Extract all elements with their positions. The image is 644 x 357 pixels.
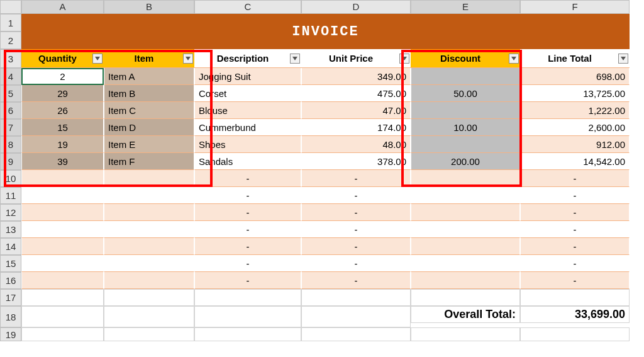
cell-empty[interactable]	[104, 238, 194, 255]
cell-quantity[interactable]: 15	[21, 119, 104, 136]
chevron-down-icon[interactable]	[509, 54, 519, 64]
row-header-11[interactable]: 11	[0, 187, 21, 204]
cell-empty[interactable]: -	[301, 238, 411, 255]
cell-empty[interactable]: -	[520, 170, 630, 187]
cell-empty[interactable]: -	[301, 272, 411, 289]
header-quantity[interactable]: Quantity	[21, 49, 104, 68]
cell-D18[interactable]	[301, 306, 411, 327]
cell-description[interactable]: Sandals	[194, 153, 301, 170]
row-header-1[interactable]: 1	[0, 14, 21, 31]
header-discount[interactable]: Discount	[411, 49, 520, 68]
cell-unit-price[interactable]: 378.00	[301, 153, 411, 170]
cell-line-total[interactable]: 14,542.00	[520, 153, 630, 170]
cell-empty[interactable]: -	[520, 272, 630, 289]
cell-empty[interactable]	[21, 204, 104, 221]
cell-C17[interactable]	[194, 289, 301, 306]
cell-empty[interactable]: -	[194, 170, 301, 187]
cell-empty[interactable]: -	[194, 187, 301, 204]
cell-F17[interactable]	[520, 289, 630, 306]
cell-unit-price[interactable]: 47.00	[301, 102, 411, 119]
row-header-9[interactable]: 9	[0, 153, 21, 170]
chevron-down-icon[interactable]	[92, 54, 103, 64]
cell-B19[interactable]	[104, 327, 194, 341]
row-header-4[interactable]: 4	[0, 68, 21, 85]
header-line-total[interactable]: Line Total	[520, 49, 630, 68]
cell-empty[interactable]	[411, 170, 520, 187]
cell-item[interactable]: Item A	[104, 68, 194, 85]
cell-empty[interactable]	[411, 272, 520, 289]
cell-item[interactable]: Item C	[104, 102, 194, 119]
chevron-down-icon[interactable]	[399, 54, 409, 64]
cell-B17[interactable]	[104, 289, 194, 306]
cell-empty[interactable]: -	[520, 221, 630, 238]
cell-empty[interactable]: -	[301, 187, 411, 204]
row-header-2[interactable]: 2	[0, 31, 21, 49]
overall-total-label[interactable]: Overall Total:	[411, 306, 520, 323]
col-header-B[interactable]: B	[104, 0, 194, 14]
cell-item[interactable]: Item E	[104, 136, 194, 153]
cell-discount[interactable]	[411, 102, 520, 119]
col-header-D[interactable]: D	[301, 0, 411, 14]
col-header-C[interactable]: C	[194, 0, 301, 14]
cell-discount[interactable]: 200.00	[411, 153, 520, 170]
row-header-18[interactable]: 18	[0, 306, 21, 327]
col-header-E[interactable]: E	[411, 0, 520, 14]
cell-line-total[interactable]: 2,600.00	[520, 119, 630, 136]
cell-line-total[interactable]: 1,222.00	[520, 102, 630, 119]
cell-discount[interactable]	[411, 68, 520, 85]
cell-empty[interactable]: -	[301, 204, 411, 221]
cell-empty[interactable]: -	[194, 272, 301, 289]
cell-empty[interactable]	[21, 221, 104, 238]
row-header-3[interactable]: 3	[0, 49, 21, 68]
cell-discount[interactable]	[411, 136, 520, 153]
cell-unit-price[interactable]: 349.00	[301, 68, 411, 85]
cell-empty[interactable]: -	[194, 255, 301, 272]
cell-empty[interactable]: -	[520, 204, 630, 221]
cell-empty[interactable]: -	[301, 170, 411, 187]
header-unit-price[interactable]: Unit Price	[301, 49, 411, 68]
cell-quantity[interactable]: 29	[21, 85, 104, 102]
cell-C18[interactable]	[194, 306, 301, 327]
cell-quantity[interactable]: 19	[21, 136, 104, 153]
header-description[interactable]: Description	[194, 49, 301, 68]
cell-A17[interactable]	[21, 289, 104, 306]
cell-quantity[interactable]: 2	[21, 68, 104, 85]
cell-unit-price[interactable]: 48.00	[301, 136, 411, 153]
cell-empty[interactable]	[104, 255, 194, 272]
row-header-15[interactable]: 15	[0, 255, 21, 272]
cell-empty[interactable]	[104, 187, 194, 204]
cell-line-total[interactable]: 13,725.00	[520, 85, 630, 102]
cell-B18[interactable]	[104, 306, 194, 327]
cell-quantity[interactable]: 39	[21, 153, 104, 170]
row-header-13[interactable]: 13	[0, 221, 21, 238]
col-header-A[interactable]: A	[21, 0, 104, 14]
select-all-corner[interactable]	[0, 0, 21, 14]
cell-description[interactable]: Blouse	[194, 102, 301, 119]
cell-empty[interactable]	[21, 238, 104, 255]
cell-discount[interactable]: 10.00	[411, 119, 520, 136]
cell-empty[interactable]: -	[301, 255, 411, 272]
overall-total-value[interactable]: 33,699.00	[520, 306, 630, 323]
invoice-title[interactable]: INVOICE	[21, 14, 630, 49]
cell-empty[interactable]	[21, 187, 104, 204]
header-item[interactable]: Item	[104, 49, 194, 68]
cell-empty[interactable]	[21, 272, 104, 289]
cell-description[interactable]: Jogging Suit	[194, 68, 301, 85]
col-header-F[interactable]: F	[520, 0, 630, 14]
cell-line-total[interactable]: 912.00	[520, 136, 630, 153]
cell-empty[interactable]	[104, 272, 194, 289]
cell-item[interactable]: Item B	[104, 85, 194, 102]
row-header-14[interactable]: 14	[0, 238, 21, 255]
row-header-6[interactable]: 6	[0, 102, 21, 119]
cell-quantity[interactable]: 26	[21, 102, 104, 119]
cell-empty[interactable]	[104, 170, 194, 187]
cell-D19[interactable]	[301, 327, 411, 341]
cell-description[interactable]: Shoes	[194, 136, 301, 153]
cell-F19[interactable]	[520, 327, 630, 341]
cell-empty[interactable]: -	[301, 221, 411, 238]
cell-item[interactable]: Item F	[104, 153, 194, 170]
chevron-down-icon[interactable]	[290, 54, 300, 64]
spreadsheet[interactable]: A B C D E F 1 2 INVOICE 3 Quantity Item …	[0, 0, 644, 341]
cell-unit-price[interactable]: 174.00	[301, 119, 411, 136]
cell-C19[interactable]	[194, 327, 301, 341]
